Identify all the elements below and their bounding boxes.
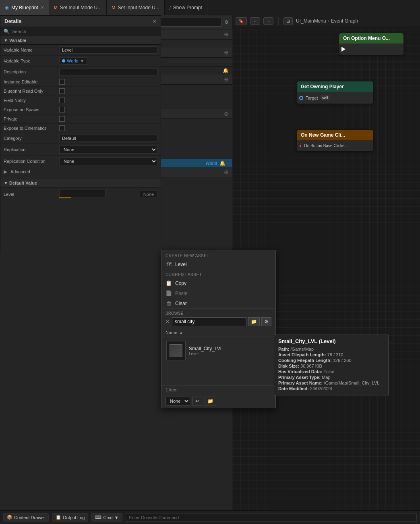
node-new-game-sub-row: ● On Button Base Clicke...	[299, 143, 371, 149]
node-get-owning-player[interactable]: Get Owning Player Target self	[297, 81, 373, 104]
default-value-label: Default Value	[9, 181, 37, 185]
category-input[interactable]	[59, 135, 157, 142]
node-on-option-menu[interactable]: On Option Menu O...	[339, 33, 403, 55]
private-checkbox[interactable]	[59, 116, 65, 122]
close-blueprint-tab[interactable]: ✕	[41, 5, 44, 10]
macro-icon-1: M	[54, 5, 58, 10]
cmd-label: Cmd	[103, 515, 112, 520]
func-icon-tab: 𝑓	[170, 5, 171, 10]
node-option-body	[339, 44, 403, 55]
copy-icon: 📋	[166, 280, 172, 286]
macros-add-icon[interactable]: ⊕	[224, 76, 229, 83]
expose-cinematics-checkbox[interactable]	[59, 125, 65, 131]
tab-show-prompt[interactable]: 𝑓 Show Prompt	[165, 0, 207, 15]
var-level-type: World	[205, 161, 217, 166]
browse-search-input[interactable]	[172, 317, 246, 326]
event-dispatchers-add[interactable]: ⊕	[224, 169, 229, 175]
variable-name-input[interactable]	[59, 46, 157, 54]
clear-item[interactable]: 🗑 Clear	[161, 298, 275, 308]
node-on-new-game[interactable]: On New Game Cli... ● On Button Base Clic…	[297, 130, 373, 151]
back-btn[interactable]: ←	[250, 17, 260, 25]
variables-add-icon[interactable]: ⊕	[224, 110, 229, 117]
cmd-btn[interactable]: ⌨ Cmd ▼	[91, 513, 122, 522]
paste-item[interactable]: 📄 Paste	[161, 288, 275, 298]
clear-label: Clear	[175, 301, 187, 306]
tooltip-primary-name-label: Primary Asset Name:	[278, 381, 323, 385]
level-default-input[interactable]	[59, 190, 106, 197]
browse-folder-btn[interactable]: 📁	[248, 317, 260, 326]
graph-path-root: UI_MainMenu	[296, 18, 326, 24]
level-input-container	[59, 190, 137, 198]
details-header: Details ✕	[0, 16, 161, 27]
tab-set-input-1[interactable]: M Set Input Mode U...	[49, 0, 107, 15]
tooltip-virtualized-label: Has Virtualized Data:	[278, 369, 322, 374]
details-close-btn[interactable]: ✕	[153, 19, 157, 24]
asset-picker-popup: CREATE NEW ASSET 🗺 Level CURRENT ASSET 📋…	[161, 250, 276, 408]
current-asset-section: CURRENT ASSET	[161, 271, 275, 278]
tab-blueprint[interactable]: ◈ My Blueprint ✕	[0, 0, 49, 15]
popup-back-btn[interactable]: ↩	[192, 397, 202, 405]
graphs-add-icon[interactable]: ⊕	[224, 31, 229, 37]
node-new-game-sub: On Button Base Clicke...	[304, 143, 348, 148]
tab-set-input-2-label: Set Input Mode U...	[118, 5, 159, 10]
bookmark-btn[interactable]: 🔖	[236, 17, 247, 25]
popup-none-select[interactable]: None	[166, 397, 190, 405]
search-icon-details: 🔍	[4, 29, 10, 34]
level-icon: 🗺	[166, 261, 172, 267]
expose-cinematics-label: Expose to Cinematics	[4, 126, 56, 131]
replication-row: Replication None	[0, 144, 161, 156]
asset-tooltip: Small_City_LVL (Level) Path: /Game/Map A…	[274, 335, 389, 395]
cmd-chevron: ▼	[114, 515, 119, 520]
details-variable-section: ▼ Variable	[0, 36, 161, 45]
graph-grid-btn[interactable]: ⊞	[283, 17, 293, 25]
create-level-label: Level	[175, 262, 187, 267]
replication-select[interactable]: None	[59, 146, 157, 154]
tab-set-input-2[interactable]: M Set Input Mode U...	[107, 0, 165, 15]
cmd-icon: ⌨	[95, 515, 101, 520]
content-drawer-btn[interactable]: 📦 Content Drawer	[3, 513, 49, 522]
bottom-bar: 📦 Content Drawer 📋 Output Log ⌨ Cmd ▼	[0, 510, 420, 524]
private-row: Private	[0, 114, 161, 124]
asset-name-label: Small_City_LVL	[189, 346, 271, 351]
bell-icon-level: 🔔	[219, 160, 226, 166]
node-new-game-header: On New Game Cli...	[297, 130, 373, 140]
tooltip-path-row: Path: /Game/Map	[278, 347, 384, 351]
instance-editable-checkbox[interactable]	[59, 79, 65, 85]
copy-item[interactable]: 📋 Copy	[161, 278, 275, 288]
settings-icon[interactable]: ⚙	[224, 19, 229, 25]
expose-cinematics-row: Expose to Cinematics	[0, 124, 161, 133]
name-col-label: Name	[166, 330, 177, 335]
field-notify-checkbox[interactable]	[59, 98, 65, 103]
replication-cond-select[interactable]: None	[59, 157, 157, 165]
variable-type-value: World	[67, 58, 79, 63]
tooltip-cooking-label: Cooking Filepath Length:	[278, 358, 332, 363]
node-option-title: On Option Menu O...	[343, 35, 390, 41]
private-label: Private	[4, 116, 56, 121]
browse-settings-btn[interactable]: ⚙	[261, 317, 271, 326]
details-search-input[interactable]	[12, 29, 157, 34]
type-dropdown-icon: ▼	[80, 58, 85, 63]
blueprint-read-only-checkbox[interactable]	[59, 88, 65, 94]
field-notify-row: Field Notify	[0, 96, 161, 105]
tooltip-primary-type-value: Map	[322, 375, 330, 380]
create-level-item[interactable]: 🗺 Level	[161, 259, 275, 269]
popup-footer: 1 item	[161, 385, 275, 394]
replication-label: Replication	[4, 147, 56, 152]
none-button[interactable]: None	[140, 191, 157, 198]
search-clear-icon[interactable]: ✕	[166, 319, 170, 324]
output-log-btn[interactable]: 📋 Output Log	[52, 513, 88, 522]
description-row: Description	[0, 67, 161, 77]
asset-item-small-city[interactable]: Small_City_LVL Level	[163, 339, 274, 363]
expose-on-spawn-checkbox[interactable]	[59, 107, 65, 112]
exec-pin	[341, 47, 346, 52]
asset-thumbnail	[166, 341, 186, 360]
functions-add-icon[interactable]: ⊕	[224, 49, 229, 56]
console-input[interactable]	[126, 514, 417, 522]
variable-type-badge[interactable]: World ▼	[59, 57, 87, 64]
forward-btn[interactable]: →	[263, 17, 273, 25]
tab-blueprint-label: My Blueprint	[11, 5, 38, 10]
description-input[interactable]	[59, 68, 157, 75]
popup-browse-btn[interactable]: 📁	[205, 397, 216, 405]
default-value-section: ▼ Default Value Level None	[0, 177, 161, 202]
content-drawer-label: Content Drawer	[14, 515, 45, 520]
